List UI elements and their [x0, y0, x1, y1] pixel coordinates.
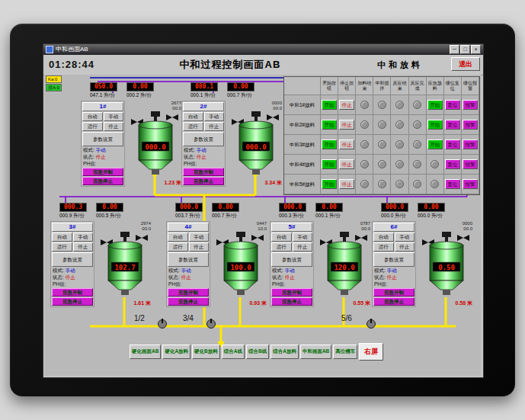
feed-reset-button[interactable]: 复位	[445, 159, 460, 169]
flow-readouts: 000.3 000.9 升/分 0.00 000.5 升/分	[59, 203, 158, 221]
mode-value: 手动	[387, 268, 397, 273]
nav-button[interactable]: 综合A放料	[271, 345, 299, 359]
emergency-stop-button[interactable]: 应急停止	[168, 297, 209, 306]
flow-setpoint-group: 000.0 000.0 升/分	[381, 203, 408, 221]
feed-cell	[391, 95, 408, 115]
nav-button[interactable]: 硬化A放料	[162, 345, 190, 359]
stop-button[interactable]: 停止	[189, 242, 210, 252]
level-readout: 3.34 米	[264, 179, 283, 187]
emergency-open-button[interactable]: 应急开制	[52, 288, 93, 297]
manual-button[interactable]: 手动	[395, 232, 415, 242]
feed-stop-button[interactable]: 停止	[339, 159, 354, 169]
params-button[interactable]: 参数设置	[271, 252, 312, 267]
top-valve-icon	[457, 235, 469, 241]
feed-reset-button[interactable]: 复位	[445, 179, 460, 189]
feed-reset-button[interactable]: 复位	[445, 120, 460, 130]
emergency-stop-button[interactable]: 应急停止	[82, 177, 123, 185]
params-button[interactable]: 参数设置	[183, 132, 224, 146]
pump-icon	[366, 319, 376, 329]
nav-button[interactable]: 综合A线	[222, 345, 245, 359]
close-button[interactable]: ×	[471, 45, 481, 54]
feed-stop-button[interactable]: 停止	[339, 100, 354, 110]
manual-button[interactable]: 手动	[189, 232, 210, 242]
stop-button[interactable]: 停止	[204, 122, 225, 131]
nav-button[interactable]: 中和画面AB	[300, 345, 331, 359]
status-indicator-icon	[395, 180, 404, 188]
run-button[interactable]: 运行	[168, 242, 188, 252]
emergency-open-button[interactable]: 应急开制	[183, 168, 224, 176]
agitator-motor-icon	[120, 232, 130, 242]
auto-button[interactable]: 自动	[168, 232, 188, 242]
stop-button[interactable]: 停止	[293, 242, 313, 252]
stop-button[interactable]: 停止	[104, 122, 124, 131]
emergency-stop-button[interactable]: 应急停止	[271, 297, 312, 306]
emergency-stop-button[interactable]: 应急停止	[373, 297, 415, 306]
nav-button[interactable]: 硬化B放料	[192, 345, 220, 359]
manual-button[interactable]: 手动	[73, 232, 94, 242]
feed-reset-button[interactable]: 复位	[445, 100, 460, 110]
feed-alarm-button[interactable]: 报警	[463, 139, 478, 149]
feed-start-button[interactable]: 开始	[322, 159, 337, 169]
stop-button[interactable]: 停止	[395, 242, 415, 252]
feed-cell	[409, 155, 427, 175]
auto-button[interactable]: 自动	[52, 232, 72, 242]
nav-button[interactable]: 硬化画面AB	[130, 345, 161, 359]
weight-readout: 0000	[272, 101, 283, 106]
feed-start-button[interactable]: 开始	[322, 120, 337, 130]
maximize-button[interactable]: □	[460, 45, 470, 54]
feed-reset-button[interactable]: 复位	[445, 139, 460, 149]
feed-start-button[interactable]: 开始	[322, 179, 337, 189]
manual-button[interactable]: 手动	[104, 112, 124, 121]
auto-button[interactable]: 自动	[82, 112, 103, 121]
run-button[interactable]: 运行	[82, 122, 103, 131]
emergency-open-button[interactable]: 应急开制	[271, 288, 312, 297]
auto-button[interactable]: 自动	[271, 232, 292, 242]
feed-table-column-header: 缓位报警	[462, 77, 479, 95]
params-button[interactable]: 参数设置	[373, 252, 415, 267]
top-valve-icon	[166, 114, 178, 120]
status-badge: 排A:0	[46, 84, 62, 91]
run-button[interactable]: 运行	[183, 122, 203, 131]
emergency-open-button[interactable]: 应急开制	[82, 168, 123, 176]
top-valve-icon	[355, 235, 367, 241]
feed-stop-button[interactable]: 停止	[339, 179, 354, 189]
tank-unit-5: 000.0 000.3 升/分 0.00 000.1 升/分 5# 自动 手动 …	[270, 203, 378, 307]
nav-button[interactable]: 高位槽车	[333, 345, 357, 359]
status-line: 状态: 停止	[168, 274, 209, 281]
run-button[interactable]: 运行	[271, 242, 292, 252]
feed-stop-button[interactable]: 停止	[339, 139, 354, 149]
auto-button[interactable]: 自动	[373, 232, 394, 242]
feed-alarm-button[interactable]: 报警	[463, 120, 478, 130]
feed-alarm-button[interactable]: 报警	[463, 179, 478, 189]
params-button[interactable]: 参数设置	[52, 252, 93, 267]
emergency-open-button[interactable]: 应急开制	[168, 288, 209, 297]
level-readout: 0.93 米	[249, 300, 268, 307]
emergency-stop-button[interactable]: 应急停止	[52, 297, 93, 306]
feed-alarm-button[interactable]: 报警	[463, 159, 478, 169]
run-button[interactable]: 运行	[373, 242, 394, 252]
feed-discharge-start-button[interactable]: 开始	[427, 100, 443, 110]
exit-button[interactable]: 退出	[451, 57, 480, 71]
feed-stop-button[interactable]: 停止	[339, 120, 354, 130]
right-screen-button[interactable]: 右屏	[359, 343, 383, 361]
params-button[interactable]: 参数设置	[168, 252, 209, 267]
aux-readout: 00.0	[142, 226, 152, 232]
auto-button[interactable]: 自动	[183, 112, 203, 121]
minimize-button[interactable]: ─	[450, 45, 459, 54]
pump-pair-label: 5/6	[341, 314, 352, 322]
page-title: 中和过程控制画面AB	[135, 58, 325, 72]
manual-button[interactable]: 手动	[204, 112, 225, 121]
feed-start-button[interactable]: 开始	[322, 139, 337, 149]
feed-start-button[interactable]: 开始	[322, 100, 337, 110]
params-button[interactable]: 参数设置	[82, 132, 123, 146]
feed-discharge-start-button[interactable]: 开始	[427, 120, 443, 130]
nav-button[interactable]: 综合B线	[246, 345, 269, 359]
run-button[interactable]: 运行	[52, 242, 72, 252]
stop-button[interactable]: 停止	[73, 242, 94, 252]
outlet-stub	[252, 169, 260, 175]
manual-button[interactable]: 手动	[293, 232, 313, 242]
feed-discharge-start-button[interactable]: 开始	[427, 139, 443, 149]
emergency-stop-button[interactable]: 应急停止	[183, 177, 224, 185]
feed-alarm-button[interactable]: 报警	[463, 100, 478, 110]
emergency-open-button[interactable]: 应急开制	[373, 288, 415, 297]
